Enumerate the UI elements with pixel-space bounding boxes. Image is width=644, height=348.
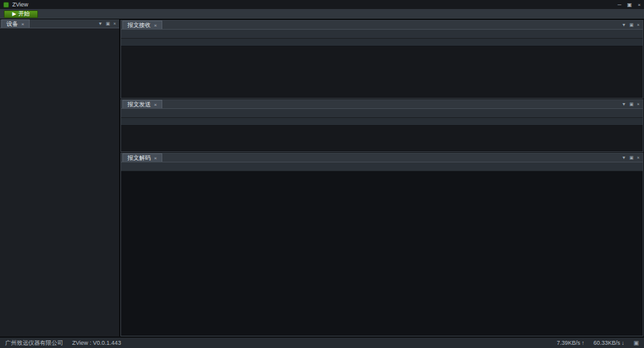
panel-close-icon[interactable]: × bbox=[637, 23, 639, 28]
panel-menu-icon[interactable]: ▼ bbox=[621, 155, 626, 160]
play-icon: ▶ bbox=[12, 11, 16, 17]
send-table-header bbox=[121, 118, 643, 126]
tab-send-label: 报文发送 bbox=[128, 101, 151, 109]
minimize-button[interactable]: ─ bbox=[618, 2, 621, 8]
start-button[interactable]: ▶ 开始 bbox=[4, 10, 38, 18]
panel-float-icon[interactable]: ▣ bbox=[629, 155, 634, 160]
start-label: 开始 bbox=[18, 10, 30, 18]
tx-speed-value: 7.39KB/s bbox=[556, 340, 580, 346]
receive-table-header bbox=[121, 39, 643, 46]
tab-close-icon[interactable]: × bbox=[21, 21, 24, 27]
panel-float-icon[interactable]: ▣ bbox=[629, 102, 634, 107]
rx-speed: 60.33KB/s ↓ bbox=[593, 340, 624, 346]
version-label: ZView : V0.0.1.443 bbox=[72, 340, 121, 346]
device-panel-tabbar: 设备 × ▼ ▣ × bbox=[0, 19, 119, 28]
tab-receive-label: 报文接收 bbox=[128, 21, 151, 30]
receive-panel: 报文接收 × ▼ ▣ × bbox=[120, 20, 643, 99]
receive-panel-tabbar: 报文接收 × ▼ ▣ × bbox=[121, 21, 643, 30]
company-label: 广州致远仪器有限公司 bbox=[5, 339, 63, 347]
download-arrow-icon: ↓ bbox=[621, 340, 625, 346]
decode-panel: 报文解码 × ▼ ▣ × bbox=[120, 153, 643, 336]
menubar: ▶ 开始 bbox=[0, 9, 644, 19]
send-panel-tabbar: 报文发送 × ▼ ▣ × bbox=[121, 100, 643, 109]
send-toolbar bbox=[121, 109, 643, 118]
statusbar: 广州致远仪器有限公司 ZView : V0.0.1.443 7.39KB/s ↑… bbox=[0, 337, 644, 348]
device-panel: 设备 × ▼ ▣ × bbox=[0, 19, 120, 336]
panel-close-icon[interactable]: × bbox=[637, 155, 639, 160]
tab-close-icon[interactable]: × bbox=[154, 102, 157, 108]
tab-close-icon[interactable]: × bbox=[154, 155, 157, 161]
tab-device[interactable]: 设备 × bbox=[1, 19, 30, 28]
panel-float-icon[interactable]: ▣ bbox=[106, 21, 110, 26]
tab-decode-label: 报文解码 bbox=[128, 154, 151, 162]
panel-menu-icon[interactable]: ▼ bbox=[621, 102, 626, 107]
app-icon bbox=[3, 2, 9, 8]
upload-arrow-icon: ↑ bbox=[582, 340, 585, 346]
tab-device-label: 设备 bbox=[6, 20, 18, 28]
tx-speed: 7.39KB/s ↑ bbox=[556, 340, 584, 346]
close-button[interactable]: × bbox=[638, 2, 641, 8]
panel-close-icon[interactable]: × bbox=[637, 102, 639, 107]
rx-speed-value: 60.33KB/s bbox=[593, 340, 620, 346]
panel-float-icon[interactable]: ▣ bbox=[629, 23, 634, 28]
receive-toolbar bbox=[121, 30, 643, 39]
decode-panel-tabbar: 报文解码 × ▼ ▣ × bbox=[121, 153, 643, 162]
window-title: ZView bbox=[12, 1, 28, 8]
device-status-icon: ▣ bbox=[633, 340, 639, 346]
tab-receive[interactable]: 报文接收 × bbox=[122, 21, 162, 29]
panel-close-icon[interactable]: × bbox=[113, 21, 116, 26]
panel-menu-icon[interactable]: ▼ bbox=[98, 21, 102, 26]
panel-menu-icon[interactable]: ▼ bbox=[621, 23, 626, 28]
send-panel: 报文发送 × ▼ ▣ × bbox=[120, 99, 643, 152]
zview-window: ZView ─ ▣ × ▶ 开始 设备 × ▼ ▣ × bbox=[0, 0, 644, 348]
titlebar: ZView ─ ▣ × bbox=[0, 0, 644, 9]
waveform-viewer[interactable] bbox=[121, 171, 643, 336]
decode-toolbar bbox=[121, 162, 643, 171]
device-tree bbox=[0, 28, 119, 32]
tab-close-icon[interactable]: × bbox=[154, 23, 157, 28]
tab-decode[interactable]: 报文解码 × bbox=[122, 153, 162, 162]
tab-send[interactable]: 报文发送 × bbox=[122, 100, 162, 108]
maximize-button[interactable]: ▣ bbox=[627, 2, 632, 8]
